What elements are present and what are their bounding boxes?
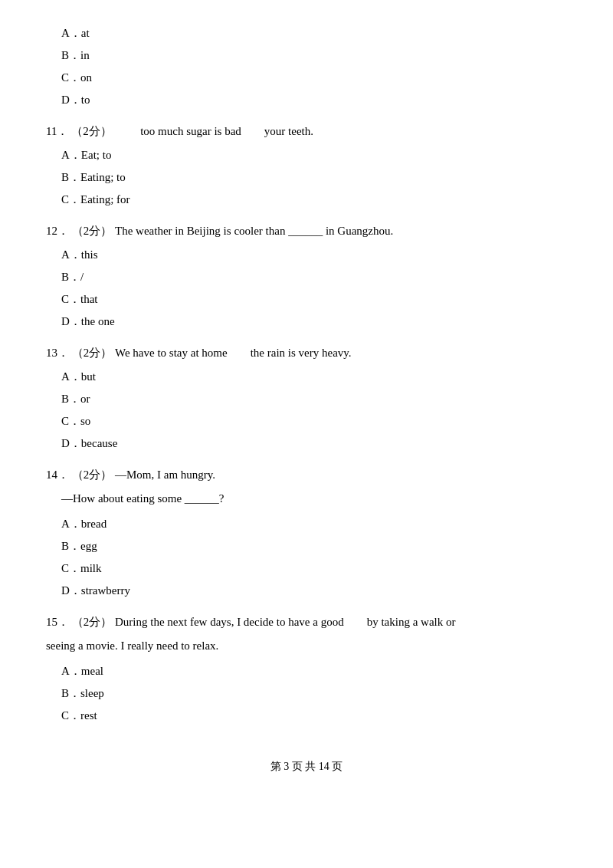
question-11-blank-space bbox=[114, 125, 137, 137]
question-12-score: （2分） bbox=[72, 225, 113, 237]
question-12-option-a: A．this bbox=[61, 245, 567, 265]
question-11-option-b: B．Eating; to bbox=[61, 167, 567, 188]
question-11-stem: 11． （2分） too much sugar is bad your teet… bbox=[46, 121, 567, 142]
question-15-score: （2分） bbox=[72, 616, 113, 628]
question-14-option-d: D．strawberry bbox=[61, 580, 567, 601]
option-b-in: B．in bbox=[61, 45, 567, 66]
question-13-option-d: D．because bbox=[61, 433, 567, 454]
question-15-after: by taking a walk or bbox=[367, 616, 456, 628]
option-d-to: D．to bbox=[61, 90, 567, 110]
question-11-score: （2分） bbox=[71, 125, 112, 137]
question-14-option-a: A．bread bbox=[61, 514, 567, 534]
question-11-text: too much sugar is bad bbox=[140, 125, 241, 137]
question-12-number: 12． bbox=[46, 225, 69, 237]
question-13-text: We have to stay at home bbox=[115, 347, 228, 359]
question-12: 12． （2分） The weather in Beijing is coole… bbox=[46, 221, 567, 332]
question-15-option-c: C．rest bbox=[61, 705, 567, 726]
question-13-number: 13． bbox=[46, 347, 69, 359]
question-15: 15． （2分） During the next few days, I dec… bbox=[46, 612, 567, 726]
question-12-option-b: B．/ bbox=[61, 267, 567, 288]
option-a-at: A．at bbox=[61, 23, 567, 44]
question-14: 14． （2分） —Mom, I am hungry. —How about e… bbox=[46, 465, 567, 601]
question-15-number: 15． bbox=[46, 616, 69, 628]
option-c-on: C．on bbox=[61, 67, 567, 88]
question-12-stem: 12． （2分） The weather in Beijing is coole… bbox=[46, 221, 567, 242]
question-11: 11． （2分） too much sugar is bad your teet… bbox=[46, 121, 567, 210]
page-number: 第 3 页 共 14 页 bbox=[270, 761, 343, 772]
question-13-option-a: A．but bbox=[61, 367, 567, 387]
question-15-text: During the next few days, I decide to ha… bbox=[115, 616, 344, 628]
question-13: 13． （2分） We have to stay at home the rai… bbox=[46, 343, 567, 454]
question-14-option-c: C．milk bbox=[61, 558, 567, 579]
question-13-blank-space bbox=[230, 347, 247, 359]
question-11-number: 11． bbox=[46, 125, 68, 137]
question-15-option-a: A．meal bbox=[61, 661, 567, 682]
question-14-dialog1: —Mom, I am hungry. bbox=[115, 469, 215, 481]
question-14-stem: 14． （2分） —Mom, I am hungry. bbox=[46, 465, 567, 485]
question-14-score: （2分） bbox=[72, 469, 113, 481]
question-11-option-c: C．Eating; for bbox=[61, 189, 567, 210]
question-11-option-a: A．Eat; to bbox=[61, 145, 567, 166]
question-12-option-d: D．the one bbox=[61, 311, 567, 332]
question-13-option-c: C．so bbox=[61, 411, 567, 432]
question-12-option-c: C．that bbox=[61, 289, 567, 310]
question-13-after: the rain is very heavy. bbox=[251, 347, 352, 359]
question-15-stem: 15． （2分） During the next few days, I dec… bbox=[46, 612, 567, 633]
question-14-dialog2: —How about eating some ______? bbox=[61, 488, 567, 509]
question-15-blank-space bbox=[346, 616, 364, 628]
question-14-option-b: B．egg bbox=[61, 536, 567, 557]
question-13-stem: 13． （2分） We have to stay at home the rai… bbox=[46, 343, 567, 363]
question-13-score: （2分） bbox=[72, 347, 113, 359]
question-12-after: in Guangzhou. bbox=[326, 225, 393, 237]
question-12-text: The weather in Beijing is cooler than bbox=[115, 225, 285, 237]
question-13-option-b: B．or bbox=[61, 389, 567, 409]
question-11-after: your teeth. bbox=[264, 125, 313, 137]
question-15-option-b: B．sleep bbox=[61, 683, 567, 704]
prev-question-options: A．at B．in C．on D．to bbox=[46, 23, 567, 110]
question-14-number: 14． bbox=[46, 469, 69, 481]
question-15-stem-cont: seeing a movie. I really need to relax. bbox=[46, 636, 567, 656]
page-footer: 第 3 页 共 14 页 bbox=[46, 757, 567, 776]
question-11-blank-space2 bbox=[244, 125, 262, 137]
question-12-blank: ______ bbox=[288, 225, 323, 237]
